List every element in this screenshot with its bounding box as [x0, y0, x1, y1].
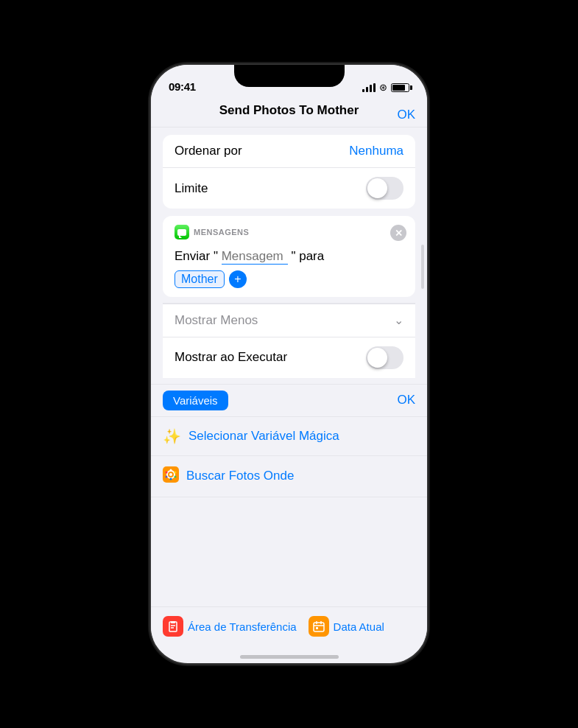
- signal-bar-1: [362, 89, 364, 92]
- recipient-row: Mother +: [175, 270, 403, 288]
- battery-fill: [392, 85, 405, 91]
- svg-point-8: [166, 471, 168, 473]
- magic-variable-item[interactable]: ✨ Selecionar Variável Mágica: [151, 417, 427, 456]
- execute-label: Mostrar ao Executar: [175, 350, 287, 365]
- home-indicator: [240, 655, 339, 659]
- recipient-tag-mother[interactable]: Mother: [175, 270, 225, 288]
- toggle-knob: [367, 178, 387, 198]
- svg-point-2: [169, 473, 172, 476]
- date-label: Data Atual: [334, 620, 384, 633]
- limit-label: Limite: [175, 181, 208, 196]
- svg-point-3: [170, 469, 172, 471]
- magic-variable-icon: ✨: [163, 427, 181, 445]
- clipboard-label: Área de Transferência: [188, 620, 297, 633]
- show-less-label: Mostrar Menos: [175, 313, 258, 328]
- messages-icon-inner: [177, 229, 186, 236]
- action-card-header: MENSAGENS: [175, 225, 403, 239]
- sort-limit-card: Ordenar por Nenhuma Limite: [163, 135, 415, 209]
- add-recipient-button[interactable]: +: [229, 270, 247, 288]
- nav-ok-button[interactable]: OK: [397, 108, 415, 122]
- nav-bar: Send Photos To Mother OK: [151, 97, 427, 127]
- signal-bars-icon: [362, 83, 376, 92]
- svg-rect-10: [171, 621, 175, 623]
- status-time: 09:41: [169, 80, 196, 93]
- limit-toggle[interactable]: [366, 177, 403, 200]
- phone-frame: 09:41 ⊛ Send Photos To Mother OK Ordenar…: [151, 65, 427, 663]
- photos-variable-icon: [163, 466, 179, 486]
- signal-bar-4: [373, 83, 376, 92]
- close-action-button[interactable]: ✕: [390, 225, 406, 241]
- signal-bar-2: [366, 87, 368, 92]
- limit-row: Limite: [163, 168, 415, 209]
- messages-action-card: MENSAGENS ✕ Enviar " " para Mother +: [163, 216, 415, 297]
- signal-bar-3: [370, 85, 372, 92]
- variables-button[interactable]: Variáveis: [163, 391, 228, 410]
- action-body: Enviar " " para: [175, 247, 403, 266]
- status-icons: ⊛: [362, 82, 409, 93]
- variables-bar: Variáveis OK: [151, 384, 427, 417]
- svg-point-7: [166, 475, 168, 477]
- message-suffix: " para: [291, 249, 324, 263]
- message-input[interactable]: [222, 249, 288, 265]
- variables-dropdown: ✨ Selecionar Variável Mágica: [151, 417, 427, 497]
- photos-variable-item[interactable]: Buscar Fotos Onde: [151, 456, 427, 497]
- execute-toggle[interactable]: [366, 346, 403, 369]
- nav-title: Send Photos To Mother: [219, 103, 359, 117]
- add-icon: +: [234, 273, 241, 286]
- svg-point-4: [175, 471, 177, 473]
- chevron-down-icon: ⌄: [394, 313, 403, 327]
- svg-rect-17: [316, 627, 318, 629]
- show-less-section: Mostrar Menos ⌄ Mostrar ao Executar: [163, 303, 415, 378]
- clipboard-icon: [163, 616, 183, 637]
- sort-row[interactable]: Ordenar por Nenhuma: [163, 135, 415, 168]
- svg-rect-13: [314, 623, 324, 631]
- clipboard-variable-item[interactable]: Área de Transferência: [163, 616, 297, 637]
- date-variable-item[interactable]: Data Atual: [309, 616, 384, 637]
- magic-variable-label: Selecionar Variável Mágica: [188, 429, 339, 444]
- scroll-indicator: [421, 245, 424, 289]
- calendar-icon: [309, 616, 329, 637]
- notch: [234, 65, 345, 87]
- mostrar-ao-executar-row: Mostrar ao Executar: [163, 337, 415, 378]
- variables-ok-button[interactable]: OK: [397, 393, 415, 407]
- sort-label: Ordenar por: [175, 144, 242, 158]
- message-prefix: Enviar ": [175, 249, 218, 263]
- sort-value: Nenhuma: [349, 144, 403, 158]
- action-header-label: MENSAGENS: [194, 228, 249, 237]
- bottom-variables-bar: Área de Transferência Data Atual: [151, 606, 427, 645]
- show-less-row[interactable]: Mostrar Menos ⌄: [163, 304, 415, 337]
- svg-point-5: [175, 475, 177, 477]
- messages-app-icon: [175, 225, 189, 239]
- battery-icon: [391, 83, 409, 92]
- svg-point-6: [170, 477, 172, 480]
- execute-toggle-knob: [367, 348, 387, 368]
- wifi-icon: ⊛: [379, 82, 387, 93]
- photos-variable-label: Buscar Fotos Onde: [186, 469, 294, 483]
- content-area: Send Photos To Mother OK Ordenar por Nen…: [151, 97, 427, 663]
